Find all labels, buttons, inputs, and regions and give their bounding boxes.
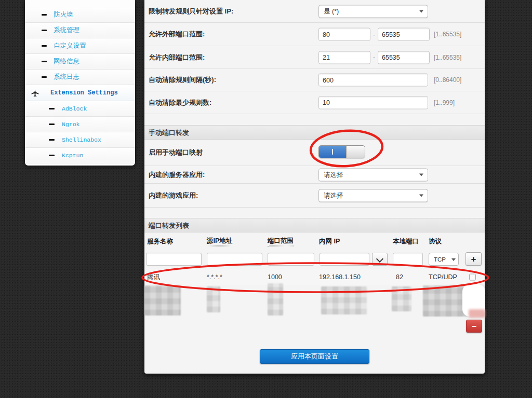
sidebar-menu: 外部网络 (WAN) 防火墙 系统管理 自定义设置 网络信息 系统日志 Exte…: [25, 0, 135, 166]
field-label: 允许外部端口范围:: [149, 30, 205, 39]
add-rule-button[interactable]: +: [466, 252, 482, 266]
sidebar-item-label: Ngrok: [62, 121, 80, 128]
sidebar-item-label: 系统管理: [54, 26, 79, 35]
sidebar-item-label: 自定义设置: [54, 42, 86, 50]
apply-button-label: 应用本页面设置: [291, 352, 338, 361]
clear-min-input[interactable]: [318, 96, 428, 109]
section-header-forward-list: 端口转发列表: [144, 218, 485, 232]
censored-block: [207, 286, 220, 312]
range-dash: -: [373, 31, 375, 38]
sidebar-item-system-management[interactable]: 系统管理: [25, 23, 135, 38]
form-row-external-ports: 允许外部端口范围: - [1..65535]: [144, 23, 485, 46]
range-dash: -: [373, 54, 375, 61]
sidebar-item-extension-settings[interactable]: Extension Settings: [25, 85, 135, 101]
rule-source-ip-cell: *.*.*.*: [207, 273, 222, 281]
caret-down-icon: [451, 258, 456, 261]
sidebar-item-label: Kcptun: [62, 152, 83, 159]
sidebar-item-label: Shellinabox: [62, 136, 101, 143]
internal-ip-dropdown-button[interactable]: [372, 253, 388, 266]
column-header-port-range: 端口范围: [268, 237, 294, 246]
select-value: 请选择: [324, 191, 343, 200]
sidebar-item-label: AdBlock: [62, 105, 87, 112]
internal-port-from-input[interactable]: [318, 51, 370, 64]
internal-port-to-input[interactable]: [378, 51, 430, 64]
sidebar-item-adblock[interactable]: AdBlock: [25, 101, 135, 117]
dash-icon: [42, 30, 47, 31]
censored-block: [321, 286, 367, 314]
new-rule-local-port-input[interactable]: [393, 253, 423, 266]
column-header-source-ip: 源IP地址: [207, 237, 232, 246]
new-rule-port-range-input[interactable]: [268, 253, 314, 266]
minus-icon: −: [472, 322, 476, 331]
range-hint: [0..86400]: [434, 76, 461, 84]
table-new-rule-row: TCP +: [144, 250, 485, 269]
censored-red-sliver: [469, 309, 485, 318]
range-hint: [1..999]: [434, 99, 455, 106]
rule-port-range-cell: 1000: [268, 273, 282, 281]
dash-icon: [49, 155, 55, 156]
select-value: 是 (*): [324, 7, 339, 16]
plus-icon: +: [471, 255, 476, 264]
rule-select-checkbox[interactable]: [469, 274, 476, 281]
sidebar-item-clipped[interactable]: 外部网络 (WAN): [25, 0, 135, 7]
caret-down-icon: [419, 174, 423, 176]
sidebar-item-firewall[interactable]: 防火墙: [25, 7, 135, 23]
column-header-name: 服务名称: [147, 237, 173, 246]
dash-icon: [42, 76, 47, 78]
settings-panel: 限制转发规则只针对设置 IP: 是 (*) 允许外部端口范围: - [1..65…: [144, 0, 485, 374]
sidebar-item-custom-settings[interactable]: 自定义设置: [25, 38, 135, 54]
sidebar-item-label: 防火墙: [54, 10, 73, 19]
external-port-from-input[interactable]: [318, 28, 370, 41]
dash-icon: [49, 108, 55, 109]
new-rule-protocol-select[interactable]: TCP: [429, 253, 459, 266]
rule-internal-ip-cell: 192.168.1.150: [319, 273, 361, 281]
server-app-select[interactable]: 请选择: [318, 168, 428, 181]
sidebar-item-label: 外部网络 (WAN): [52, 0, 135, 1]
sidebar-item-label: 系统日志: [54, 73, 79, 81]
sidebar-item-network-info[interactable]: 网络信息: [25, 54, 135, 70]
field-label: 自动清除最少规则数:: [149, 98, 211, 107]
sidebar-item-ngrok[interactable]: Ngrok: [25, 117, 135, 132]
game-app-select[interactable]: 请选择: [318, 189, 428, 202]
field-label: 自动清除规则间隔(秒):: [149, 75, 216, 85]
range-hint: [1..65535]: [434, 54, 461, 61]
toggle-on-mark: [332, 149, 333, 155]
dash-icon: [49, 123, 55, 125]
caret-down-icon: [419, 10, 423, 13]
new-rule-source-ip-input[interactable]: [207, 253, 262, 266]
column-header-local-port: 本地端口: [393, 237, 419, 246]
column-header-protocol: 协议: [429, 237, 442, 246]
form-row-clear-min: 自动清除最少规则数: [1..999]: [144, 91, 485, 114]
external-port-to-input[interactable]: [378, 28, 430, 41]
dash-icon: [49, 139, 55, 141]
table-row: 腾讯 *.*.*.* 1000 192.168.1.150 82 TCP/UDP: [144, 269, 485, 285]
toggle-on-segment: [319, 146, 346, 158]
field-label: 启用手动端口映射: [149, 148, 203, 157]
range-hint: [1..65535]: [434, 31, 461, 38]
form-row-enable-manual-mapping: 启用手动端口映射: [144, 140, 485, 166]
field-label: 限制转发规则只针对设置 IP:: [149, 7, 233, 16]
sidebar-item-system-log[interactable]: 系统日志: [25, 70, 135, 85]
apply-settings-button[interactable]: 应用本页面设置: [260, 349, 369, 364]
sidebar-item-shellinabox[interactable]: Shellinabox: [25, 132, 135, 148]
section-header-manual-forward: 手动端口转发: [144, 125, 485, 140]
new-rule-name-input[interactable]: [146, 253, 202, 266]
field-label: 内建的游戏应用:: [149, 191, 198, 200]
dash-icon: [42, 45, 47, 47]
delete-rule-button[interactable]: −: [466, 320, 482, 333]
rule-name-cell: 腾讯: [147, 273, 160, 282]
sidebar-item-kcptun[interactable]: Kcptun: [25, 148, 135, 163]
manual-mapping-toggle[interactable]: [318, 145, 365, 158]
form-row-game-app: 内建的游戏应用: 请选择: [144, 184, 485, 208]
censored-block: [423, 285, 468, 317]
rule-protocol-cell: TCP/UDP: [429, 273, 457, 281]
rule-local-port-cell: 82: [396, 273, 403, 281]
form-row-ip-restrict: 限制转发规则只针对设置 IP: 是 (*): [144, 0, 485, 23]
new-rule-internal-ip-input[interactable]: [320, 253, 369, 266]
censored-block: [268, 283, 283, 315]
ip-restrict-select[interactable]: 是 (*): [318, 5, 428, 18]
column-header-internal-ip: 内网 IP: [319, 237, 340, 246]
clear-interval-input[interactable]: [318, 74, 428, 87]
sidebar-item-label: Extension Settings: [50, 89, 118, 97]
chevron-down-icon: [376, 255, 383, 262]
